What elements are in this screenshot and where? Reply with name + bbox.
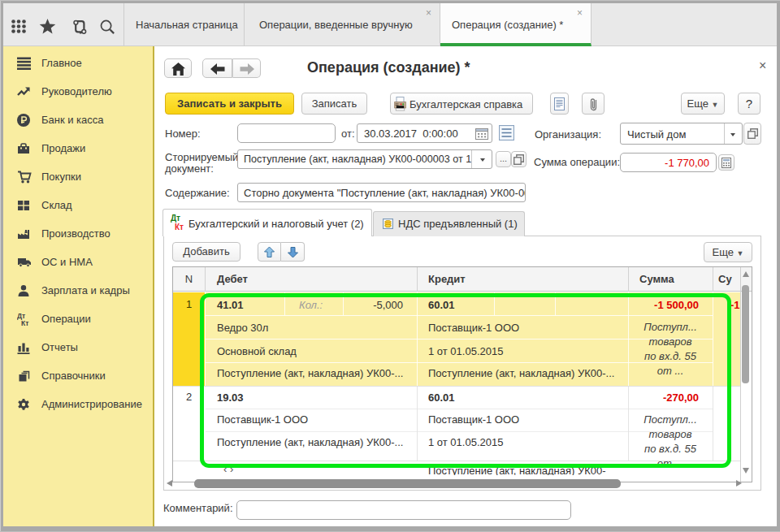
svg-text:Кт: Кт <box>21 319 28 327</box>
